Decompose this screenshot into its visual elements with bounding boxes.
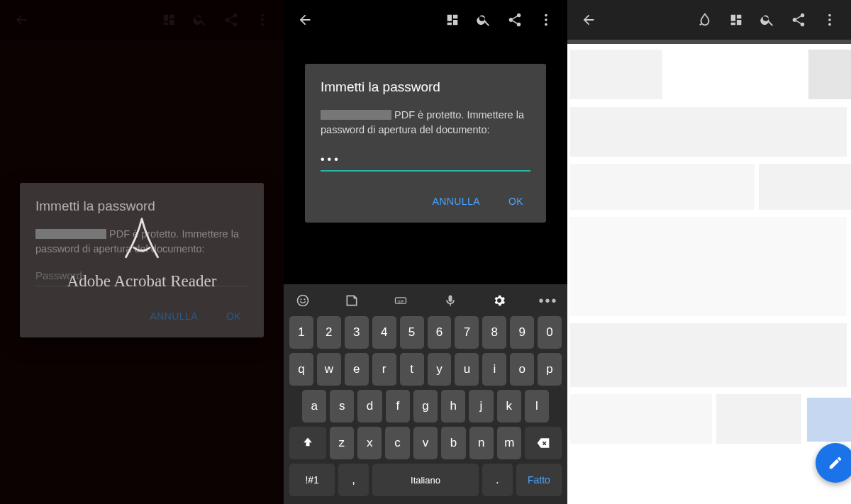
document-viewport[interactable] <box>567 40 851 504</box>
adobe-logo-icon <box>116 214 167 265</box>
key-backspace[interactable] <box>525 427 562 459</box>
doc-block <box>570 217 847 316</box>
doc-top-strip <box>567 40 851 44</box>
key-f[interactable]: f <box>386 390 410 422</box>
key-2[interactable]: 2 <box>317 316 341 349</box>
sticker-icon[interactable] <box>343 291 361 310</box>
doc-block <box>808 50 851 99</box>
screen-document-open <box>567 0 851 504</box>
key-symbols[interactable]: !#1 <box>289 464 335 496</box>
key-period[interactable]: . <box>482 464 513 496</box>
key-u[interactable]: u <box>455 353 479 386</box>
key-d[interactable]: d <box>357 390 382 422</box>
svg-point-3 <box>545 14 547 17</box>
gear-icon[interactable] <box>490 291 508 310</box>
key-comma[interactable]: , <box>338 464 369 496</box>
key-p[interactable]: p <box>538 353 562 386</box>
doc-block <box>570 107 847 157</box>
share-icon[interactable] <box>783 4 814 35</box>
keyboard-more-icon[interactable]: ••• <box>539 291 557 310</box>
svg-point-7 <box>300 298 301 300</box>
screen-splash-password: Immetti la password PDF è protetto. Imme… <box>0 0 284 504</box>
app-bar <box>567 0 851 40</box>
key-8[interactable]: 8 <box>482 316 506 349</box>
key-e[interactable]: e <box>345 353 369 386</box>
key-t[interactable]: t <box>400 353 424 386</box>
password-input[interactable] <box>321 150 530 172</box>
key-r[interactable]: r <box>372 353 396 386</box>
keyboard-row-bottom: !#1 , Italiano . Fatto <box>287 461 564 498</box>
key-y[interactable]: y <box>428 353 452 386</box>
keyboard-toolbar: GIF ••• <box>287 289 564 314</box>
key-w[interactable]: w <box>317 353 341 386</box>
key-0[interactable]: 0 <box>538 316 562 349</box>
key-c[interactable]: c <box>385 427 409 459</box>
app-bar <box>284 0 567 40</box>
key-j[interactable]: j <box>469 390 493 422</box>
keyboard-row-zxcv: z x c v b n m <box>287 425 564 461</box>
search-icon[interactable] <box>752 4 783 35</box>
gif-icon[interactable]: GIF <box>391 291 410 310</box>
dialog-actions: ANNULLA OK <box>321 187 530 215</box>
svg-point-11 <box>828 14 831 17</box>
back-icon[interactable] <box>289 4 321 35</box>
page-mode-icon[interactable] <box>437 4 468 35</box>
key-done[interactable]: Fatto <box>516 464 562 496</box>
key-v[interactable]: v <box>413 427 438 459</box>
key-6[interactable]: 6 <box>428 316 452 349</box>
back-icon[interactable] <box>573 4 604 35</box>
cancel-button[interactable]: ANNULLA <box>430 191 483 211</box>
svg-point-8 <box>304 298 305 300</box>
key-3[interactable]: 3 <box>345 316 369 349</box>
doc-highlight-block <box>807 398 851 442</box>
key-shift[interactable] <box>289 427 326 459</box>
doc-block <box>570 323 847 387</box>
key-b[interactable]: b <box>441 427 465 459</box>
share-icon[interactable] <box>499 4 530 35</box>
screen-password-entry: Immetti la password PDF è protetto. Imme… <box>284 0 567 504</box>
doc-block <box>570 50 662 99</box>
key-s[interactable]: s <box>330 390 354 422</box>
key-o[interactable]: o <box>510 353 534 386</box>
svg-text:GIF: GIF <box>398 299 405 303</box>
svg-point-6 <box>298 296 308 306</box>
overflow-icon[interactable] <box>814 4 845 35</box>
svg-point-12 <box>828 18 831 21</box>
svg-point-5 <box>545 23 547 26</box>
edit-fab[interactable] <box>816 443 851 483</box>
soft-keyboard: GIF ••• 1 2 3 4 5 6 7 8 9 0 q w e r t y … <box>284 284 567 504</box>
ok-button[interactable]: OK <box>506 191 526 211</box>
key-5[interactable]: 5 <box>400 316 424 349</box>
dialog-title: Immetti la password <box>321 79 530 95</box>
splash-title: Adobe Acrobat Reader <box>67 272 217 291</box>
mic-icon[interactable] <box>441 291 460 310</box>
redacted-filename <box>321 110 391 120</box>
key-9[interactable]: 9 <box>510 316 534 349</box>
key-k[interactable]: k <box>497 390 521 422</box>
key-n[interactable]: n <box>469 427 494 459</box>
key-z[interactable]: z <box>330 427 354 459</box>
key-h[interactable]: h <box>441 390 465 422</box>
search-icon[interactable] <box>468 4 499 35</box>
key-l[interactable]: l <box>525 390 549 422</box>
key-4[interactable]: 4 <box>372 316 396 349</box>
page-mode-icon[interactable] <box>721 4 752 35</box>
keyboard-row-qwerty: q w e r t y u i o p <box>287 351 564 388</box>
key-space[interactable]: Italiano <box>372 464 479 496</box>
key-q[interactable]: q <box>289 353 313 386</box>
emoji-icon[interactable] <box>294 291 312 310</box>
key-x[interactable]: x <box>357 427 382 459</box>
key-1[interactable]: 1 <box>289 316 313 349</box>
dialog-message: PDF è protetto. Immettere la password di… <box>321 108 530 138</box>
key-i[interactable]: i <box>482 353 506 386</box>
key-m[interactable]: m <box>497 427 521 459</box>
svg-point-13 <box>828 23 831 26</box>
overflow-icon[interactable] <box>530 4 562 35</box>
key-g[interactable]: g <box>413 390 438 422</box>
keyboard-row-asdf: a s d f g h j k l <box>287 388 564 425</box>
doc-block <box>716 394 801 444</box>
key-a[interactable]: a <box>302 390 326 422</box>
key-7[interactable]: 7 <box>455 316 479 349</box>
ink-icon[interactable] <box>689 4 721 35</box>
splash: Adobe Acrobat Reader <box>0 0 284 504</box>
